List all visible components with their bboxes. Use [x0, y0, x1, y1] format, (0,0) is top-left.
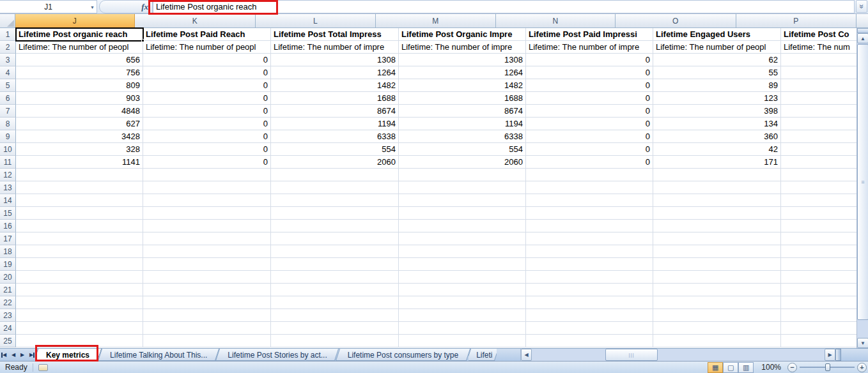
- row-header-2[interactable]: 2: [0, 41, 16, 54]
- column-header-N[interactable]: N: [496, 14, 616, 28]
- cell-M9[interactable]: 6338: [399, 130, 526, 143]
- cell-P9[interactable]: [781, 130, 856, 143]
- cell-P18[interactable]: [781, 245, 856, 258]
- row-header-6[interactable]: 6: [0, 92, 16, 105]
- row-header-12[interactable]: 12: [0, 169, 16, 181]
- cell-N12[interactable]: [526, 169, 653, 181]
- cell-N22[interactable]: [526, 296, 653, 309]
- cell-O9[interactable]: 360: [653, 130, 781, 143]
- column-header-M[interactable]: M: [376, 14, 496, 28]
- zoom-slider-handle[interactable]: [825, 363, 830, 371]
- cell-O5[interactable]: 89: [653, 79, 781, 92]
- cell-M16[interactable]: [399, 220, 526, 232]
- cell-P3[interactable]: [781, 54, 856, 66]
- sheet-tab-lifetime-post-stories-by-act[interactable]: Lifetime Post Stories by act...: [217, 349, 337, 361]
- cell-O14[interactable]: [653, 194, 781, 207]
- row-header-17[interactable]: 17: [0, 232, 16, 245]
- cell-M17[interactable]: [399, 232, 526, 245]
- cell-M24[interactable]: [399, 322, 526, 335]
- cell-P11[interactable]: [781, 156, 856, 169]
- cell-K20[interactable]: [143, 271, 271, 284]
- vertical-split-handle[interactable]: [857, 28, 868, 33]
- cell-O18[interactable]: [653, 245, 781, 258]
- cell-L12[interactable]: [271, 169, 399, 181]
- cell-L9[interactable]: 6338: [271, 130, 399, 143]
- row-header-10[interactable]: 10: [0, 143, 16, 156]
- cell-K1[interactable]: Lifetime Post Paid Reach: [143, 28, 271, 41]
- cell-L1[interactable]: Lifetime Post Total Impress: [271, 28, 399, 41]
- row-header-9[interactable]: 9: [0, 130, 16, 143]
- column-header-J[interactable]: J: [15, 14, 136, 28]
- cell-K19[interactable]: [143, 258, 271, 271]
- cell-O19[interactable]: [653, 258, 781, 271]
- cell-K4[interactable]: 0: [143, 66, 271, 79]
- cell-L18[interactable]: [271, 245, 399, 258]
- cell-N21[interactable]: [526, 284, 653, 296]
- view-page-break-button[interactable]: ▥: [738, 362, 754, 373]
- cell-M2[interactable]: Lifetime: The number of impre: [399, 41, 526, 54]
- cell-N18[interactable]: [526, 245, 653, 258]
- cell-J5[interactable]: 809: [16, 79, 143, 92]
- cell-P12[interactable]: [781, 169, 856, 181]
- cell-L10[interactable]: 554: [271, 143, 399, 156]
- cell-O22[interactable]: [653, 296, 781, 309]
- sheet-tab-key-metrics[interactable]: Key metrics: [36, 349, 100, 361]
- cell-O10[interactable]: 42: [653, 143, 781, 156]
- cell-L13[interactable]: [271, 181, 399, 194]
- scroll-up-button[interactable]: ▲: [857, 33, 868, 43]
- cell-M3[interactable]: 1308: [399, 54, 526, 66]
- cell-M12[interactable]: [399, 169, 526, 181]
- cell-J2[interactable]: Lifetime: The number of peopl: [16, 41, 143, 54]
- cell-M23[interactable]: [399, 309, 526, 322]
- expand-formula-bar-button[interactable]: »: [856, 0, 867, 13]
- cell-M21[interactable]: [399, 284, 526, 296]
- cell-O11[interactable]: 171: [653, 156, 781, 169]
- macro-record-icon[interactable]: [38, 364, 48, 371]
- cell-P14[interactable]: [781, 194, 856, 207]
- cell-L5[interactable]: 1482: [271, 79, 399, 92]
- row-header-4[interactable]: 4: [0, 66, 16, 79]
- cell-P5[interactable]: [781, 79, 856, 92]
- row-header-16[interactable]: 16: [0, 220, 16, 232]
- cell-N1[interactable]: Lifetime Post Paid Impressi: [526, 28, 653, 41]
- cell-K24[interactable]: [143, 322, 271, 335]
- cell-O3[interactable]: 62: [653, 54, 781, 66]
- cell-K7[interactable]: 0: [143, 105, 271, 118]
- cell-K21[interactable]: [143, 284, 271, 296]
- sheet-tab-lifeti[interactable]: Lifeti: [469, 349, 497, 361]
- cell-K11[interactable]: 0: [143, 156, 271, 169]
- cell-P23[interactable]: [781, 309, 856, 322]
- cell-N8[interactable]: 0: [526, 118, 653, 130]
- cell-K2[interactable]: Lifetime: The number of peopl: [143, 41, 271, 54]
- cell-J23[interactable]: [16, 309, 143, 322]
- vertical-scrollbar-thumb[interactable]: ≡: [857, 44, 868, 320]
- cell-J25[interactable]: [16, 335, 143, 347]
- cell-J10[interactable]: 328: [16, 143, 143, 156]
- cell-J17[interactable]: [16, 232, 143, 245]
- cell-O25[interactable]: [653, 335, 781, 347]
- sheet-tab-lifetime-talking-about-this[interactable]: Lifetime Talking About This...: [100, 349, 217, 361]
- cell-P15[interactable]: [781, 207, 856, 220]
- cell-K5[interactable]: 0: [143, 79, 271, 92]
- function-icon[interactable]: fx: [141, 2, 148, 12]
- row-header-3[interactable]: 3: [0, 54, 16, 66]
- view-page-layout-button[interactable]: ▢: [723, 362, 738, 373]
- cell-L2[interactable]: Lifetime: The number of impre: [271, 41, 399, 54]
- cell-J22[interactable]: [16, 296, 143, 309]
- cell-N7[interactable]: 0: [526, 105, 653, 118]
- cell-L14[interactable]: [271, 194, 399, 207]
- cell-O15[interactable]: [653, 207, 781, 220]
- cell-K3[interactable]: 0: [143, 54, 271, 66]
- cell-O6[interactable]: 123: [653, 92, 781, 105]
- cell-N10[interactable]: 0: [526, 143, 653, 156]
- cell-K8[interactable]: 0: [143, 118, 271, 130]
- cell-P13[interactable]: [781, 181, 856, 194]
- cell-J4[interactable]: 756: [16, 66, 143, 79]
- row-header-8[interactable]: 8: [0, 118, 16, 130]
- cell-K13[interactable]: [143, 181, 271, 194]
- name-box-dropdown-icon[interactable]: ▼: [90, 1, 95, 14]
- row-header-21[interactable]: 21: [0, 284, 16, 296]
- cell-P25[interactable]: [781, 335, 856, 347]
- cell-K15[interactable]: [143, 207, 271, 220]
- cell-K18[interactable]: [143, 245, 271, 258]
